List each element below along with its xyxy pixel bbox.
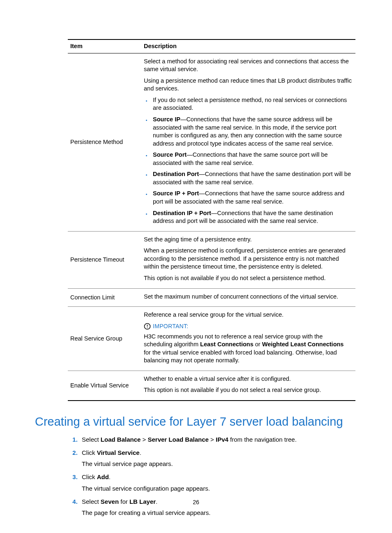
desc-cell: Set the maximum number of concurrent con… <box>141 288 355 307</box>
desc-cell: Set the aging time of a persistence entr… <box>141 231 355 288</box>
table-row: Persistence Timeout Set the aging time o… <box>68 231 355 288</box>
nav-term: Server Load Balance <box>148 436 209 443</box>
paragraph: This option is not available if you do n… <box>144 274 352 283</box>
text: > <box>141 436 148 443</box>
item-cell-connection-limit: Connection Limit <box>68 288 141 307</box>
step-result: The page for creating a virtual service … <box>82 508 357 517</box>
table-row: Persistence Method Select a method for a… <box>68 53 355 231</box>
config-items-table: Item Description Persistence Method Sele… <box>68 39 355 401</box>
list-item: Source IP—Connections that have the same… <box>151 116 352 148</box>
paragraph: Whether to enable a virtual service afte… <box>144 375 352 383</box>
list-item: Destination Port—Connections that have t… <box>151 170 352 186</box>
table-header-description: Description <box>141 39 355 53</box>
term: Source IP <box>153 116 180 123</box>
item-cell-persistence-method: Persistence Method <box>68 53 141 231</box>
term: Destination IP + Port <box>153 210 211 216</box>
nav-term: IPv4 <box>216 436 228 443</box>
table-row: Connection Limit Set the maximum number … <box>68 288 355 307</box>
desc-cell: Reference a real service group for the v… <box>141 307 355 371</box>
paragraph: Set the aging time of a persistence entr… <box>144 236 352 244</box>
table-header-item: Item <box>68 39 141 53</box>
bullet-list: If you do not select a persistence metho… <box>144 96 352 225</box>
table-row: Real Service Group Reference a real serv… <box>68 307 355 371</box>
svg-point-2 <box>147 327 148 328</box>
desc-cell: Select a method for associating real ser… <box>141 53 355 231</box>
important-icon <box>144 323 151 330</box>
section-heading: Creating a virtual service for Layer 7 s… <box>35 415 357 429</box>
nav-term: Load Balance <box>101 436 141 443</box>
text: > <box>209 436 216 443</box>
item-cell-real-service-group: Real Service Group <box>68 307 141 371</box>
term: Source Port <box>153 151 187 158</box>
paragraph: H3C recommends you not to reference a re… <box>144 333 352 365</box>
item-cell-enable-virtual-service: Enable Virtual Service <box>68 371 141 401</box>
term: Source IP + Port <box>153 190 199 197</box>
text: . <box>140 449 141 456</box>
list-item: Destination IP + Port—Connections that h… <box>151 209 352 225</box>
paragraph: This option is not available if you do n… <box>144 386 352 394</box>
step-item: Click Virtual Service. The virtual servi… <box>79 448 357 469</box>
text: Click <box>82 449 97 456</box>
item-cell-persistence-timeout: Persistence Timeout <box>68 231 141 288</box>
paragraph: Using a persistence method can reduce ti… <box>144 77 352 93</box>
text: Click <box>82 473 97 480</box>
term: Weighted Least Connections <box>262 341 344 348</box>
paragraph: When a persistence method is configured,… <box>144 247 352 271</box>
list-item: If you do not select a persistence metho… <box>151 96 352 112</box>
text: from the navigation tree. <box>228 436 297 443</box>
paragraph: Select a method for associating real ser… <box>144 58 352 74</box>
ui-term: Virtual Service <box>97 449 140 456</box>
step-result: The virtual service configuration page a… <box>82 484 357 493</box>
term: Least Connections <box>200 341 254 348</box>
text: Select <box>82 436 101 443</box>
term: Destination Port <box>153 171 199 177</box>
desc-cell: Whether to enable a virtual service afte… <box>141 371 355 401</box>
step-result: The virtual service page appears. <box>82 459 357 468</box>
list-item: Source IP + Port—Connections that have t… <box>151 190 352 206</box>
paragraph: Set the maximum number of concurrent con… <box>144 293 352 301</box>
text: —Connections that have the same source a… <box>153 116 342 147</box>
text: . <box>109 473 111 480</box>
text: for the virtual service enabled with for… <box>144 349 337 364</box>
important-callout: IMPORTANT: <box>144 322 352 330</box>
list-item: Source Port—Connections that have the sa… <box>151 151 352 167</box>
paragraph: Reference a real service group for the v… <box>144 311 352 319</box>
page-number: 26 <box>0 499 392 505</box>
step-item: Click Add. The virtual service configura… <box>79 473 357 493</box>
important-label: IMPORTANT: <box>153 322 189 330</box>
table-row: Enable Virtual Service Whether to enable… <box>68 371 355 401</box>
text: or <box>254 341 262 348</box>
ui-term: Add <box>97 473 109 480</box>
step-item: Select Load Balance > Server Load Balanc… <box>79 435 357 444</box>
